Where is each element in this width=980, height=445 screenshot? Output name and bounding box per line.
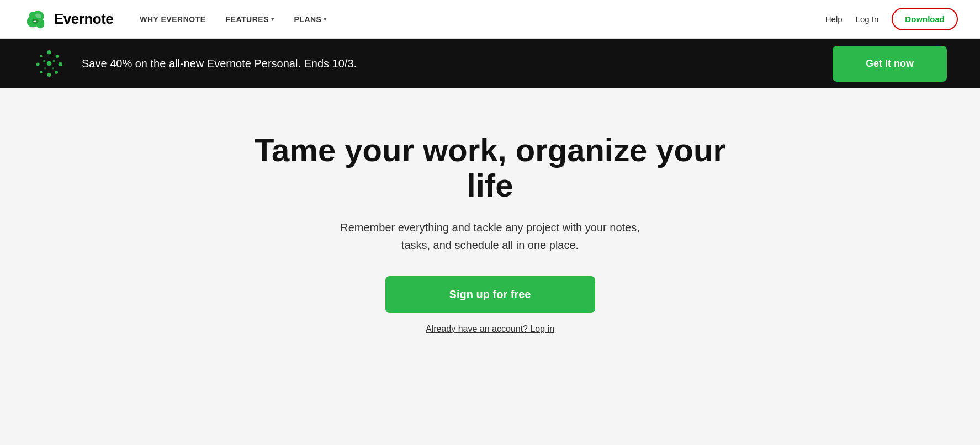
nav-item-why-evernote[interactable]: WHY EVERNOTE [140,15,205,24]
promo-left: Save 40% on the all-new Evernote Persona… [33,47,357,80]
svg-point-13 [52,67,54,70]
hero-subtitle: Remember everything and tackle any proje… [325,219,656,254]
svg-point-1 [47,50,51,54]
svg-point-9 [47,61,52,66]
nav-links: WHY EVERNOTE FEATURES ▾ PLANS ▾ [140,15,327,24]
svg-point-8 [40,55,42,57]
svg-point-10 [53,60,55,62]
svg-point-3 [59,62,62,66]
logo-area[interactable]: Evernote [22,6,113,33]
help-link[interactable]: Help [825,14,843,24]
promo-text: Save 40% on the all-new Evernote Persona… [82,57,357,70]
promo-banner: Save 40% on the all-new Evernote Persona… [0,39,980,88]
svg-point-12 [44,67,46,70]
navbar-left: Evernote WHY EVERNOTE FEATURES ▾ PLANS ▾ [22,6,327,33]
brand-name: Evernote [54,10,113,28]
navbar: Evernote WHY EVERNOTE FEATURES ▾ PLANS ▾… [0,0,980,39]
signup-button[interactable]: Sign up for free [385,276,595,313]
nav-item-plans[interactable]: PLANS ▾ [294,15,327,24]
download-button[interactable]: Download [892,8,958,30]
nav-item-features[interactable]: FEATURES ▾ [226,15,274,24]
get-it-now-button[interactable]: Get it now [833,46,947,82]
navbar-right: Help Log In Download [825,8,958,30]
svg-point-7 [36,63,40,66]
promo-sparkle-icon [33,47,65,80]
svg-point-6 [40,71,42,73]
login-link[interactable]: Log In [856,14,879,24]
hero-section: Tame your work, organize your life Remem… [0,88,980,367]
svg-point-5 [47,73,51,77]
plans-chevron-icon: ▾ [324,16,327,22]
hero-title: Tame your work, organize your life [242,133,739,203]
svg-point-2 [56,55,59,58]
features-chevron-icon: ▾ [271,16,274,22]
svg-point-4 [55,71,58,74]
already-account-link[interactable]: Already have an account? Log in [426,324,554,334]
svg-point-11 [43,60,45,62]
evernote-logo-icon [22,6,49,33]
